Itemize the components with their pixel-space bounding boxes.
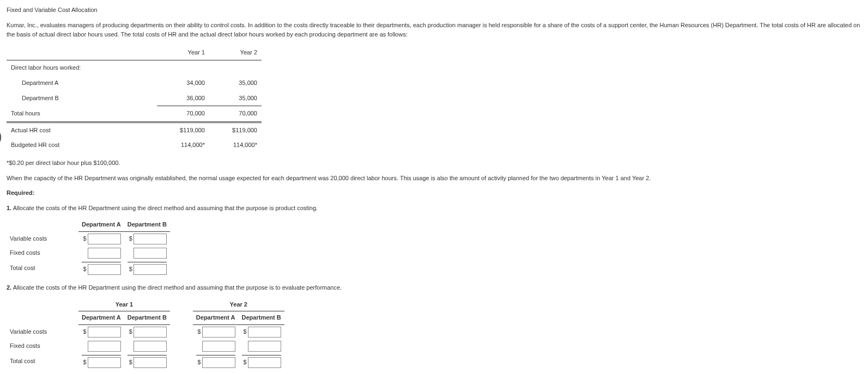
t1-col-deptB: Department B — [124, 218, 170, 231]
row-deptA-label: Department A — [7, 76, 157, 91]
q1-text: Allocate the costs of the HR Department … — [11, 205, 318, 211]
input-q2-y2-fix-B[interactable] — [248, 341, 281, 352]
cell-budget-y1: 114,000* — [157, 138, 209, 153]
input-q2-y1-tot-B[interactable] — [133, 357, 167, 368]
row-total-label: Total hours — [7, 106, 157, 122]
input-q2-y1-var-B[interactable] — [133, 327, 167, 338]
cell-deptA-y1: 34,000 — [157, 76, 209, 91]
t1-row-variable: Variable costs — [7, 231, 78, 246]
input-q2-y2-var-A[interactable] — [202, 327, 235, 338]
cell-deptB-y1: 36,000 — [157, 91, 209, 106]
row-dlh-header: Direct labor hours worked: — [7, 60, 157, 76]
decorative-paren: ) — [0, 124, 2, 149]
answer-table-2: Year 1 Year 2 Department A Department B … — [7, 298, 284, 370]
t2-y2-deptB: Department B — [239, 311, 284, 325]
data-table-1: Year 1 Year 2 Direct labor hours worked:… — [7, 45, 262, 153]
input-q2-y2-tot-B[interactable] — [248, 357, 281, 368]
q2-text: Allocate the costs of the HR Department … — [11, 284, 342, 291]
input-q2-y1-fix-A[interactable] — [88, 341, 121, 352]
input-q2-y2-tot-A[interactable] — [202, 357, 235, 368]
dollar-sign: $ — [83, 265, 87, 274]
cell-total-y2: 70,000 — [209, 106, 262, 122]
cell-total-y1: 70,000 — [157, 106, 209, 122]
page-title: Fixed and Variable Cost Allocation — [7, 5, 861, 15]
col-year2: Year 2 — [209, 45, 262, 60]
dollar-sign: $ — [83, 327, 87, 337]
input-q1-tot-B[interactable] — [133, 264, 167, 275]
q1-number: 1. — [7, 205, 11, 211]
question-1: 1. Allocate the costs of the HR Departme… — [7, 204, 861, 213]
input-q2-y1-var-A[interactable] — [88, 327, 121, 338]
input-q2-y1-fix-B[interactable] — [133, 341, 167, 352]
row-budget-label: Budgeted HR cost — [7, 138, 157, 153]
dollar-sign: $ — [197, 358, 201, 367]
cell-deptA-y2: 35,000 — [209, 76, 262, 91]
row-actual-label: Actual HR cost — [7, 122, 157, 138]
t1-row-fixed: Fixed costs — [7, 246, 78, 260]
footnote-text: *$0.20 per direct labor hour plus $100,0… — [7, 158, 861, 168]
input-q1-fix-B[interactable] — [133, 248, 167, 259]
dollar-sign: $ — [244, 358, 247, 367]
answer-table-1: Department A Department B Variable costs… — [7, 218, 170, 277]
cell-actual-y2: $119,000 — [209, 122, 262, 138]
t2-y2-deptA: Department A — [193, 311, 239, 325]
cell-budget-y2: 114,000* — [209, 138, 262, 153]
input-q1-tot-A[interactable] — [88, 264, 121, 275]
t1-col-deptA: Department A — [78, 218, 124, 231]
t2-row-variable: Variable costs — [7, 324, 78, 339]
t2-y1-deptB: Department B — [124, 311, 170, 325]
input-q2-y1-tot-A[interactable] — [88, 357, 121, 368]
cell-deptB-y2: 35,000 — [209, 91, 262, 106]
t2-y1-deptA: Department A — [78, 311, 124, 325]
question-2: 2. Allocate the costs of the HR Departme… — [7, 283, 861, 293]
row-deptB-label: Department B — [7, 91, 157, 106]
dollar-sign: $ — [129, 265, 132, 274]
col-year1: Year 1 — [157, 45, 209, 60]
t1-row-total: Total cost — [7, 260, 78, 277]
capacity-paragraph: When the capacity of the HR Department w… — [7, 174, 861, 183]
dollar-sign: $ — [129, 358, 132, 367]
dollar-sign: $ — [83, 358, 87, 367]
input-q2-y2-var-B[interactable] — [248, 327, 281, 338]
dollar-sign: $ — [83, 234, 87, 244]
t2-year1: Year 1 — [78, 298, 170, 311]
t2-year2: Year 2 — [193, 298, 284, 311]
t2-row-total: Total cost — [7, 353, 78, 370]
dollar-sign: $ — [197, 327, 201, 337]
dollar-sign: $ — [244, 327, 247, 337]
dollar-sign: $ — [129, 234, 132, 244]
q2-number: 2. — [7, 284, 11, 291]
input-q1-var-A[interactable] — [88, 234, 121, 244]
intro-paragraph: Kumar, Inc., evaluates managers of produ… — [7, 21, 861, 40]
input-q2-y2-fix-A[interactable] — [202, 341, 235, 352]
dollar-sign: $ — [129, 327, 132, 337]
t2-row-fixed: Fixed costs — [7, 339, 78, 353]
cell-actual-y1: $119,000 — [157, 122, 209, 138]
input-q1-var-B[interactable] — [133, 234, 167, 244]
required-label: Required: — [7, 188, 861, 198]
input-q1-fix-A[interactable] — [88, 248, 121, 259]
